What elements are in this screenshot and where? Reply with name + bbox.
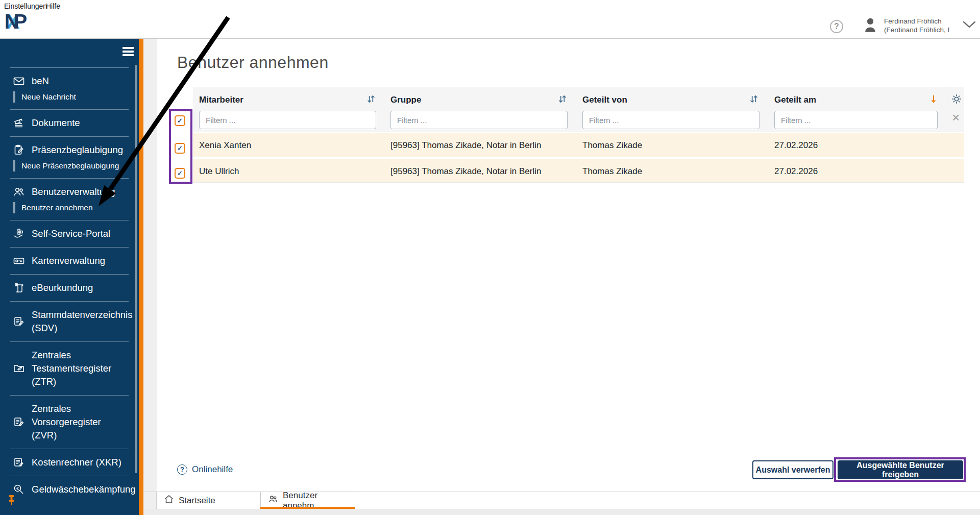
gear-icon[interactable] bbox=[950, 93, 963, 107]
row-checkbox[interactable]: ✓ bbox=[175, 143, 185, 154]
search-euro-icon: € bbox=[12, 483, 26, 496]
column-header-geteilt-am[interactable]: Geteilt am bbox=[774, 95, 816, 105]
avatar-icon bbox=[863, 16, 878, 35]
users-icon bbox=[12, 186, 26, 198]
sidebar-item-ben[interactable]: beN Neue Nachricht bbox=[10, 67, 129, 109]
pushpin-icon[interactable] bbox=[7, 495, 17, 508]
filter-input-geteilt-am[interactable] bbox=[774, 111, 938, 129]
menu-hilfe[interactable]: Hilfe bbox=[46, 2, 60, 10]
cell-geteilt-von: Thomas Zikade bbox=[582, 140, 642, 151]
xnp-logo: XNP bbox=[6, 10, 26, 33]
sidebar-subitem-neue-praesenzbeglaubigung[interactable]: Neue Präsenzbeglaubigung bbox=[13, 160, 129, 178]
home-icon bbox=[164, 494, 174, 507]
clear-filters-icon[interactable]: × bbox=[952, 111, 960, 124]
svg-text:€: € bbox=[16, 486, 19, 491]
question-circle-icon: ? bbox=[177, 464, 187, 475]
table-bottom-border bbox=[193, 182, 964, 183]
card-key-icon bbox=[12, 255, 26, 267]
row-checkbox[interactable]: ✓ bbox=[175, 168, 185, 179]
table-header: Mitarbeiter Gruppe Geteilt von Geteilt a… bbox=[193, 87, 964, 132]
doc-calc-icon bbox=[12, 456, 26, 469]
filter-input-mitarbeiter[interactable] bbox=[199, 111, 376, 129]
menubar: Einstellungen Hilfe bbox=[0, 0, 980, 11]
sidebar-subitem-benutzer-annehmen[interactable]: Benutzer annehmen bbox=[13, 202, 129, 220]
user-name: Ferdinand Fröhlich (Ferdinand Fröhlich, … bbox=[884, 17, 949, 34]
chevron-down-icon[interactable] bbox=[963, 20, 976, 31]
content-gutter bbox=[143, 39, 157, 515]
cell-mitarbeiter: Xenia Xanten bbox=[199, 140, 251, 151]
cell-geteilt-von: Thomas Zikade bbox=[582, 166, 642, 177]
clipboard-pen-icon bbox=[12, 144, 26, 156]
bottom-strip bbox=[143, 509, 980, 515]
cell-mitarbeiter: Ute Ullrich bbox=[199, 166, 239, 177]
page-title: Benutzer annehmen bbox=[177, 53, 329, 72]
online-help-link[interactable]: ? Onlinehilfe bbox=[177, 464, 233, 475]
scroll-seal-icon bbox=[12, 282, 26, 294]
sidebar-item-benutzerverwaltung[interactable]: Benutzerverwaltung Benutzer annehmen bbox=[10, 178, 129, 220]
hamburger-menu-icon[interactable] bbox=[122, 47, 134, 56]
sort-both-icon[interactable] bbox=[365, 93, 377, 107]
column-header-geteilt-von[interactable]: Geteilt von bbox=[582, 95, 627, 105]
sidebar-item-ebeurkundung[interactable]: eBeurkundung bbox=[10, 274, 129, 301]
sidebar-item-sdv[interactable]: Stammdatenverzeichnis (SDV) bbox=[10, 301, 129, 341]
sidebar-subitem-neue-nachricht[interactable]: Neue Nachricht bbox=[13, 91, 129, 109]
sidebar-item-dokumente[interactable]: Dokumente bbox=[10, 109, 129, 136]
help-circle-icon[interactable]: ? bbox=[830, 20, 843, 33]
column-header-mitarbeiter[interactable]: Mitarbeiter bbox=[199, 95, 243, 105]
folder-quill-icon bbox=[12, 362, 26, 375]
tab-startseite[interactable]: Startseite bbox=[156, 492, 260, 509]
sidebar-item-self-service-portal[interactable]: Self-Service-Portal bbox=[10, 220, 129, 247]
cell-gruppe: [95963] Thomas Zikade, Notar in Berlin bbox=[390, 140, 541, 151]
documents-icon bbox=[12, 117, 26, 129]
cell-geteilt-am: 27.02.2026 bbox=[774, 140, 818, 151]
sort-both-icon[interactable] bbox=[748, 93, 760, 107]
tab-benutzer-annehmen[interactable]: Benutzer annehm... bbox=[260, 492, 355, 509]
accept-users-button[interactable]: Ausgewählte Benutzer freigeben bbox=[838, 460, 963, 479]
cell-geteilt-am: 27.02.2026 bbox=[774, 166, 818, 177]
sidebar-item-geldwaeschebekaempfung[interactable]: € Geldwäschebekämpfung bbox=[10, 476, 129, 503]
sidebar-item-ztr[interactable]: Zentrales Testamentsregister (ZTR) bbox=[10, 341, 129, 395]
sidebar-item-kartenverwaltung[interactable]: Kartenverwaltung bbox=[10, 247, 129, 274]
sidebar-item-zvr[interactable]: Zentrales Vorsorgeregister (ZVR) bbox=[10, 395, 129, 449]
sidebar: beN Neue Nachricht Dokumente Präsenzbegl… bbox=[0, 39, 139, 515]
table-row[interactable]: Xenia Xanten [95963] Thomas Zikade, Nota… bbox=[193, 133, 964, 157]
doc-pen-icon bbox=[12, 416, 26, 428]
doc-pen-icon bbox=[12, 315, 26, 328]
select-all-checkbox[interactable]: ✓ bbox=[175, 115, 185, 126]
user-menu[interactable]: Ferdinand Fröhlich (Ferdinand Fröhlich, … bbox=[863, 16, 976, 35]
cell-gruppe: [95963] Thomas Zikade, Notar in Berlin bbox=[390, 166, 541, 177]
sidebar-accent-strip bbox=[139, 39, 143, 515]
table-row[interactable]: Ute Ullrich [95963] Thomas Zikade, Notar… bbox=[193, 158, 964, 182]
users-icon bbox=[268, 494, 278, 507]
menu-einstellungen[interactable]: Einstellungen bbox=[4, 2, 47, 10]
column-header-gruppe[interactable]: Gruppe bbox=[390, 95, 421, 105]
app-header: XNP ? Ferdinand Fröhlich (Ferdinand Fröh… bbox=[0, 11, 980, 39]
sort-both-icon[interactable] bbox=[557, 93, 568, 107]
filter-input-gruppe[interactable] bbox=[390, 111, 568, 129]
self-service-icon bbox=[12, 228, 26, 240]
footer-divider bbox=[177, 454, 513, 454]
sidebar-item-praesenzbeglaubigung[interactable]: Präsenzbeglaubigung Neue Präsenzbeglaubi… bbox=[10, 136, 129, 178]
filter-input-geteilt-von[interactable] bbox=[582, 111, 760, 129]
discard-selection-button[interactable]: Auswahl verwerfen bbox=[752, 460, 834, 479]
sidebar-scrollbar[interactable] bbox=[135, 65, 137, 473]
header-divider bbox=[946, 87, 946, 132]
sort-desc-icon[interactable] bbox=[928, 93, 939, 107]
sidebar-item-xkr[interactable]: Kostenrechner (XKR) bbox=[10, 449, 129, 476]
envelope-icon bbox=[12, 75, 26, 87]
